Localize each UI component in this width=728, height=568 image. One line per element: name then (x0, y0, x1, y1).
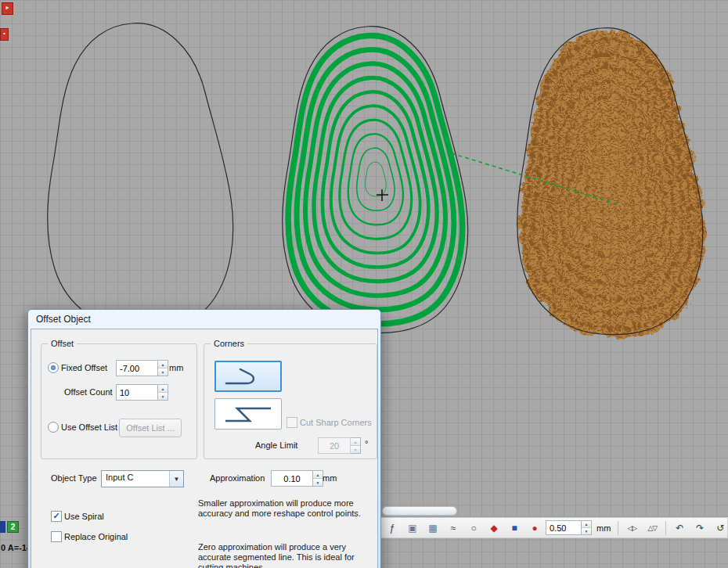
outline-width-spinner: ▲ ▼ (546, 520, 592, 535)
mirror-horizontal-icon[interactable]: ◁▷ (622, 519, 641, 537)
outline-shape[interactable] (48, 23, 233, 330)
use-offset-list-label: Use Offset List (61, 422, 117, 432)
cut-sharp-corners-label: Cut Sharp Corners (300, 418, 372, 427)
use-offset-list-radio[interactable] (48, 422, 59, 433)
offset-preview-shape[interactable] (283, 27, 468, 333)
crosshair-cursor (377, 189, 388, 201)
show-picture-icon[interactable]: ▣ (403, 519, 422, 537)
replace-original-checkbox[interactable] (51, 531, 62, 542)
rounded-corners-button[interactable] (214, 361, 282, 392)
toolbar-separator (665, 521, 666, 535)
offset-list-button-label: Offset List ... (126, 423, 175, 433)
approximation-label: Approximation (210, 473, 265, 483)
floating-toolbar-fragment-icon-2[interactable]: • (0, 28, 9, 41)
mirror-vertical-icon[interactable]: △▽ (643, 519, 661, 537)
use-spiral-checkbox[interactable] (51, 511, 62, 522)
dialog-title: Offset Object (36, 314, 91, 325)
icon-glyph: ↷ (696, 523, 704, 534)
outline-width-input[interactable] (546, 520, 582, 535)
replace-original-label: Replace Original (64, 532, 128, 541)
icon-glyph: ■ (511, 523, 517, 534)
fixed-offset-label: Fixed Offset (61, 363, 107, 372)
offset-count-up-button[interactable]: ▲ (158, 385, 168, 393)
stitch-preview-shape[interactable] (517, 28, 703, 335)
rotate-left-icon[interactable]: ↶ (670, 519, 689, 537)
approximation-note-2: Zero approximation will produce a very a… (198, 542, 377, 568)
approximation-unit-label: mm (323, 473, 337, 483)
sharp-corners-button[interactable] (214, 398, 282, 430)
angle-limit-input[interactable] (318, 437, 351, 454)
angle-limit-label: Angle Limit (255, 440, 297, 450)
icon-glyph: ○ (470, 523, 476, 534)
approximation-spinner: ▲ ▼ (271, 470, 323, 487)
icon-glyph: ◆ (490, 523, 497, 534)
corners-group-legend: Corners (211, 339, 247, 348)
outline-width-unit-label: mm (596, 523, 611, 533)
fixed-offset-spinner: ▲ ▼ (116, 360, 168, 376)
rounded-corner-icon (223, 365, 273, 387)
approximation-note-1: Smaller approximation will produce more … (198, 498, 377, 519)
icon-glyph: △▽ (647, 524, 657, 532)
show-stitches-icon[interactable]: ≈ (444, 519, 463, 537)
fixed-offset-unit-label: mm (169, 363, 183, 372)
rotate-right-icon[interactable]: ↷ (690, 519, 709, 537)
toolbar-separator (618, 521, 618, 535)
offset-count-label: Offset Count (64, 387, 113, 397)
chevron-down-icon[interactable]: ▼ (169, 471, 183, 487)
show-connectors-icon[interactable]: ■ (505, 519, 524, 537)
object-type-combobox[interactable]: Input C ▼ (101, 470, 184, 487)
object-type-value: Input C (102, 471, 169, 487)
offset-list-button[interactable]: Offset List ... (119, 419, 182, 437)
show-grid-icon[interactable]: ▦ (423, 519, 442, 537)
show-outlines-icon[interactable]: ○ (464, 519, 483, 537)
fixed-offset-input[interactable] (116, 360, 158, 376)
icon-glyph: ↶ (676, 523, 683, 534)
show-functions-icon[interactable]: ƒ (383, 519, 402, 537)
show-nodes-icon[interactable]: ◆ (485, 519, 503, 537)
icon-glyph: ƒ (390, 523, 395, 534)
dialog-titlebar[interactable]: Offset Object (31, 310, 378, 329)
approximation-down-button[interactable]: ▼ (313, 479, 323, 486)
offset-count-down-button[interactable]: ▼ (158, 393, 168, 400)
horizontal-scrollbar-thumb[interactable] (382, 506, 457, 516)
angle-limit-up-button[interactable]: ▲ (351, 438, 360, 446)
angle-limit-down-button[interactable]: ▼ (351, 446, 360, 453)
outline-width-up-button[interactable]: ▲ (582, 521, 591, 528)
sharp-corner-icon (223, 403, 273, 425)
icon-glyph: ↺ (716, 523, 724, 534)
design-canvas[interactable]: { "colors": { "spiral_green": "#00a33e",… (0, 0, 728, 568)
fixed-offset-down-button[interactable]: ▼ (158, 368, 168, 376)
offset-object-dialog: Offset Object Offset Fixed Offset ▲ ▼ mm… (27, 309, 381, 568)
color-chip-partial[interactable] (0, 521, 5, 533)
icon-glyph: ● (532, 523, 537, 534)
icon-glyph: ≈ (451, 523, 456, 534)
approximation-input[interactable] (271, 470, 313, 487)
color-chip-2[interactable]: 2 (7, 521, 19, 533)
offset-group-legend: Offset (48, 339, 77, 348)
icon-glyph: ◁▷ (627, 524, 636, 532)
outline-width-down-button[interactable]: ▼ (582, 528, 591, 534)
cut-sharp-corners-checkbox[interactable] (287, 417, 297, 428)
angle-limit-spinner: ▲ ▼ (318, 437, 361, 454)
show-start-end-icon[interactable]: ● (525, 519, 544, 537)
floating-toolbar-fragment-icon-1[interactable]: ▸ (2, 2, 13, 15)
use-spiral-label: Use Spiral (64, 512, 104, 521)
offset-count-input[interactable] (116, 384, 158, 401)
angle-limit-unit-label: ° (365, 439, 368, 448)
object-type-label: Object Type (51, 473, 97, 483)
icon-glyph: ▣ (408, 523, 416, 534)
view-toolbar: ƒ ▣ ▦ ≈ ○ ◆ ■ ● ▲ ▼ mm ◁▷ △▽ ↶ ↷ ↺ ↻ (380, 517, 728, 538)
offset-count-spinner: ▲ ▼ (116, 384, 168, 401)
approximation-up-button[interactable]: ▲ (313, 471, 323, 479)
icon-glyph: ▦ (428, 523, 437, 534)
rotate-ccw-icon[interactable]: ↺ (711, 519, 728, 537)
fixed-offset-up-button[interactable]: ▲ (158, 361, 168, 368)
fixed-offset-radio[interactable] (48, 362, 59, 373)
